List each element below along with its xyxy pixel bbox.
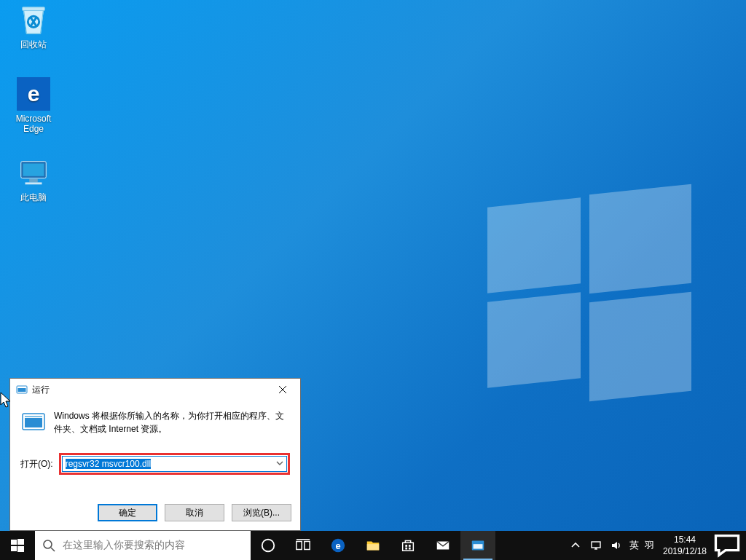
svg-rect-26 bbox=[405, 548, 407, 550]
svg-rect-30 bbox=[474, 544, 483, 548]
svg-rect-14 bbox=[17, 546, 24, 552]
volume-icon bbox=[610, 540, 622, 551]
run-dialog-title: 运行 bbox=[32, 384, 268, 396]
svg-rect-3 bbox=[23, 164, 44, 176]
taskbar-edge[interactable]: e bbox=[321, 531, 356, 560]
svg-rect-11 bbox=[11, 540, 17, 545]
clock-date: 2019/12/18 bbox=[657, 545, 712, 557]
svg-rect-7 bbox=[18, 388, 26, 392]
svg-rect-27 bbox=[409, 548, 411, 550]
run-dialog-icon bbox=[16, 384, 28, 395]
run-dialog: 运行 Windows 将根据你所输入的名称，为你打开相应的程序、文件夹、文档或 … bbox=[9, 378, 301, 531]
svg-rect-9 bbox=[25, 418, 42, 427]
ime-indicator-lang[interactable]: 英 bbox=[627, 539, 642, 552]
cortana-button[interactable] bbox=[251, 531, 286, 560]
network-icon bbox=[590, 540, 602, 551]
taskbar-search[interactable]: 在这里输入你要搜索的内容 bbox=[35, 531, 251, 560]
svg-rect-25 bbox=[409, 545, 411, 547]
network-tray-icon[interactable] bbox=[586, 540, 606, 551]
svg-point-15 bbox=[44, 540, 52, 548]
search-icon bbox=[42, 539, 55, 552]
taskbar: 在这里输入你要搜索的内容 e bbox=[0, 531, 746, 560]
clock-time: 15:44 bbox=[657, 534, 712, 545]
browse-button[interactable]: 浏览(B)... bbox=[232, 504, 291, 521]
cortana-icon bbox=[260, 537, 276, 553]
browse-button-label: 浏览(B)... bbox=[243, 507, 280, 519]
desktop-icon-label: 此电脑 bbox=[6, 192, 61, 202]
svg-rect-23 bbox=[367, 544, 380, 550]
close-button[interactable] bbox=[268, 380, 297, 399]
open-input[interactable] bbox=[62, 456, 287, 472]
cancel-button-label: 取消 bbox=[186, 507, 203, 519]
this-pc-icon bbox=[17, 156, 50, 189]
mouse-cursor-icon bbox=[0, 392, 13, 409]
ok-button[interactable]: 确定 bbox=[98, 504, 157, 521]
task-view-button[interactable] bbox=[286, 531, 321, 560]
mail-icon bbox=[435, 537, 451, 553]
run-program-icon bbox=[20, 409, 47, 435]
notification-icon bbox=[712, 531, 742, 560]
svg-rect-13 bbox=[11, 546, 17, 551]
edge-icon: e bbox=[17, 77, 50, 111]
system-tray: 英 羽 15:44 2019/12/18 bbox=[565, 531, 746, 560]
svg-rect-24 bbox=[405, 545, 407, 547]
close-icon bbox=[278, 385, 287, 394]
ime-indicator-mode[interactable]: 羽 bbox=[642, 539, 657, 552]
run-window-icon bbox=[470, 537, 486, 553]
start-button[interactable] bbox=[0, 531, 35, 560]
desktop-icon-label: Microsoft Edge bbox=[6, 114, 61, 134]
edge-icon: e bbox=[330, 537, 346, 553]
desktop[interactable]: 回收站 e Microsoft Edge 此电脑 运行 bbox=[0, 0, 746, 560]
action-center-button[interactable] bbox=[712, 531, 742, 560]
desktop-icon-edge[interactable]: e Microsoft Edge bbox=[6, 77, 61, 134]
store-icon bbox=[400, 537, 416, 553]
svg-rect-10 bbox=[25, 416, 42, 417]
volume-tray-icon[interactable] bbox=[606, 540, 627, 551]
desktop-icon-label: 回收站 bbox=[6, 39, 61, 50]
svg-rect-1 bbox=[23, 7, 45, 11]
run-dialog-description: Windows 将根据你所输入的名称，为你打开相应的程序、文件夹、文档或 Int… bbox=[54, 409, 290, 435]
taskbar-store[interactable] bbox=[390, 531, 425, 560]
taskbar-run-window[interactable] bbox=[460, 531, 495, 560]
task-view-icon bbox=[295, 537, 311, 553]
cancel-button[interactable]: 取消 bbox=[165, 504, 224, 521]
chevron-up-icon bbox=[570, 540, 581, 551]
wallpaper-windows-logo bbox=[487, 189, 691, 393]
svg-rect-18 bbox=[297, 542, 302, 550]
svg-rect-31 bbox=[592, 542, 600, 548]
open-highlight-annotation bbox=[59, 453, 290, 475]
open-label: 打开(O): bbox=[20, 458, 53, 470]
recycle-bin-icon bbox=[17, 3, 50, 36]
search-placeholder: 在这里输入你要搜索的内容 bbox=[63, 539, 185, 552]
windows-logo-icon bbox=[11, 539, 24, 552]
taskbar-mail[interactable] bbox=[425, 531, 460, 560]
svg-point-17 bbox=[262, 540, 275, 552]
taskbar-clock[interactable]: 15:44 2019/12/18 bbox=[657, 534, 712, 557]
run-dialog-titlebar[interactable]: 运行 bbox=[10, 379, 300, 401]
file-explorer-icon bbox=[365, 537, 381, 553]
desktop-icon-this-pc[interactable]: 此电脑 bbox=[6, 156, 61, 202]
svg-rect-12 bbox=[17, 539, 24, 545]
svg-rect-4 bbox=[29, 179, 38, 183]
svg-rect-5 bbox=[25, 182, 42, 184]
ok-button-label: 确定 bbox=[119, 507, 136, 519]
desktop-icon-recycle-bin[interactable]: 回收站 bbox=[6, 3, 61, 50]
svg-line-16 bbox=[51, 548, 55, 551]
svg-rect-19 bbox=[305, 542, 310, 550]
taskbar-file-explorer[interactable] bbox=[356, 531, 390, 560]
svg-text:e: e bbox=[335, 540, 340, 551]
tray-overflow-button[interactable] bbox=[565, 540, 586, 551]
